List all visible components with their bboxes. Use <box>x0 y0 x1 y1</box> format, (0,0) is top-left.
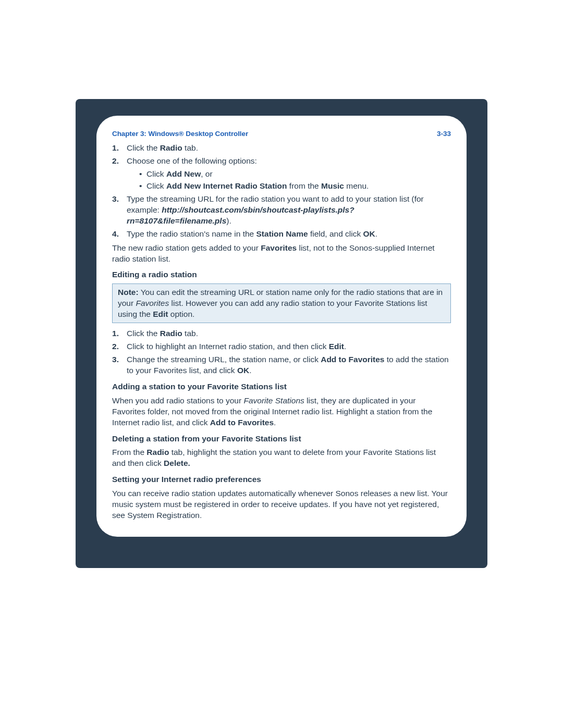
step-a2: Choose one of the following options: Cli… <box>112 156 451 192</box>
text: Click <box>146 169 166 178</box>
italic: Favorite Stations <box>243 396 304 405</box>
bold: OK <box>363 229 375 238</box>
text: . <box>249 366 251 375</box>
text: ). <box>226 216 231 225</box>
paragraph-after-a: The new radio station gets added to your… <box>112 243 451 265</box>
text: option. <box>168 310 195 318</box>
paragraph-setting: You can receive radio station updates au… <box>112 488 451 521</box>
bold: Music <box>321 181 344 190</box>
text: Click to highlight an Internet radio sta… <box>127 342 329 351</box>
steps-list-b: Click the Radio tab. Click to highlight … <box>112 328 451 376</box>
section-editing: Editing a radio station <box>112 269 451 280</box>
substeps-a2: Click Add New, or Click Add New Internet… <box>127 169 451 192</box>
page-number: 3-33 <box>437 129 451 139</box>
step-a1: Click the Radio tab. <box>112 143 451 154</box>
text: Click <box>146 181 166 190</box>
text: tab. <box>182 143 198 152</box>
document-canvas: Chapter 3: Windows® Desktop Controller 3… <box>0 0 563 728</box>
substep-a2-1: Click Add New, or <box>139 169 451 180</box>
text: . <box>375 229 377 238</box>
italic: Favorites <box>136 299 169 307</box>
bold: Edit <box>153 310 168 318</box>
step-b3: Change the streaming URL, the station na… <box>112 354 451 376</box>
text: . <box>274 418 276 427</box>
text: field, and click <box>308 229 363 238</box>
text: Click the <box>127 329 160 338</box>
paragraph-deleting: From the Radio tab, highlight the statio… <box>112 447 451 469</box>
text: tab. <box>182 329 198 338</box>
step-b2: Click to highlight an Internet radio sta… <box>112 341 451 352</box>
step-a4: Type the radio station's name in the Sta… <box>112 229 451 240</box>
section-deleting: Deleting a station from your Favorite St… <box>112 434 451 445</box>
text: . <box>344 342 346 351</box>
text: , or <box>201 169 212 178</box>
bold: Add to Favorites <box>321 355 384 364</box>
section-setting: Setting your Internet radio preferences <box>112 474 451 485</box>
steps-list-a: Click the Radio tab. Choose one of the f… <box>112 143 451 239</box>
text: Type the radio station's name in the <box>127 229 256 238</box>
bold: Edit <box>329 342 344 351</box>
bold: Radio <box>160 143 182 152</box>
text: From the <box>112 448 146 456</box>
chapter-title: Chapter 3: Windows® Desktop Controller <box>112 129 248 139</box>
bold: OK <box>237 366 249 375</box>
text: Click the <box>127 143 160 152</box>
bold: Station Name <box>256 229 308 238</box>
bold: Add to Favorites <box>210 418 274 427</box>
step-b1: Click the Radio tab. <box>112 328 451 339</box>
text: from the <box>287 181 321 190</box>
text: Change the streaming URL, the station na… <box>127 355 321 364</box>
page-header: Chapter 3: Windows® Desktop Controller 3… <box>112 129 451 139</box>
substep-a2-2: Click Add New Internet Radio Station fro… <box>139 181 451 192</box>
bold: Radio <box>146 448 169 456</box>
text: When you add radio stations to your <box>112 396 243 405</box>
text: Choose one of the following options: <box>127 156 257 165</box>
paragraph-adding: When you add radio stations to your Favo… <box>112 396 451 428</box>
section-adding: Adding a station to your Favorite Statio… <box>112 381 451 392</box>
page-content: Chapter 3: Windows® Desktop Controller 3… <box>96 116 467 537</box>
text: The new radio station gets added to your <box>112 243 261 252</box>
note-label: Note: <box>118 288 139 297</box>
step-a3: Type the streaming URL for the radio sta… <box>112 194 451 227</box>
bold: Delete. <box>164 459 190 467</box>
bold: Favorites <box>261 243 297 252</box>
outer-frame: Chapter 3: Windows® Desktop Controller 3… <box>76 99 487 568</box>
bold: Add New <box>166 169 201 178</box>
bold: Add New Internet Radio Station <box>166 181 287 190</box>
text: You can receive radio station updates au… <box>112 489 448 520</box>
text: menu. <box>344 181 369 190</box>
bold: Radio <box>160 329 182 338</box>
note-box: Note: You can edit the streaming URL or … <box>112 283 451 323</box>
